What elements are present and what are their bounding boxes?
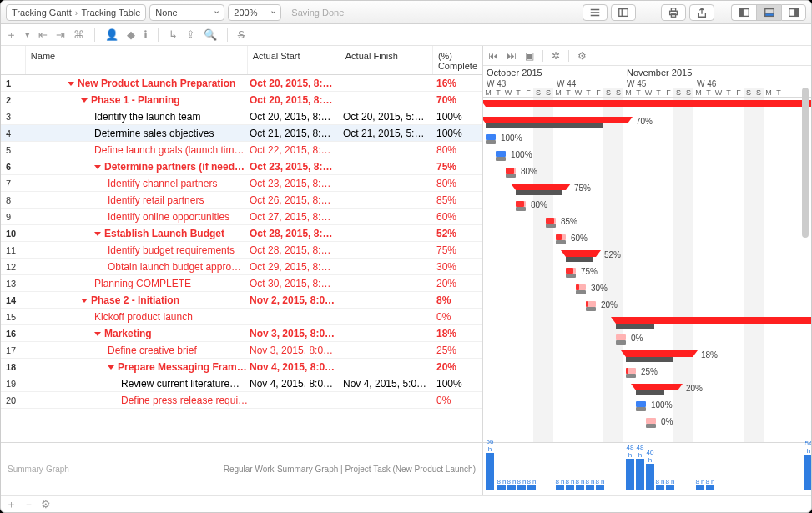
actual-start[interactable]: Nov 2, 2015, 8:0… <box>250 294 343 306</box>
col-pct-complete[interactable]: (%) Complete <box>433 46 482 74</box>
actual-finish[interactable]: Oct 20, 2015, 5:… <box>343 111 436 123</box>
table-row[interactable]: 12Obtain launch budget appro…Oct 29, 201… <box>1 259 482 275</box>
gantt-row[interactable]: 80% <box>483 198 811 214</box>
pct-complete[interactable]: 70% <box>436 94 482 106</box>
table-row[interactable]: 6Determine partners (if needed)Oct 23, 2… <box>1 158 482 175</box>
gantt-row[interactable]: 100% <box>483 398 811 415</box>
pct-complete[interactable]: 25% <box>436 345 482 356</box>
info-icon[interactable]: ℹ <box>144 28 148 41</box>
pct-complete[interactable]: 16% <box>436 78 482 89</box>
link-icon[interactable]: ⌘ <box>73 28 84 41</box>
actual-start[interactable]: Oct 22, 2015, 8:… <box>250 144 343 156</box>
pct-complete[interactable]: 20% <box>436 278 482 289</box>
pct-complete[interactable]: 0% <box>436 311 482 323</box>
actual-start[interactable]: Nov 3, 2015, 8:0… <box>250 328 343 339</box>
person-icon[interactable]: 👤 <box>105 28 119 41</box>
indent-icon[interactable]: ⇥ <box>56 28 65 41</box>
pct-complete[interactable]: 20% <box>436 361 482 373</box>
remove-row-icon[interactable]: － <box>23 497 34 512</box>
pct-complete[interactable]: 30% <box>436 261 482 273</box>
task-name[interactable]: Marketing <box>26 328 250 339</box>
pct-complete[interactable]: 52% <box>436 228 482 239</box>
breadcrumb-part[interactable]: Tracking Gantt <box>12 8 72 18</box>
pct-complete[interactable]: 18% <box>436 328 482 339</box>
pct-complete[interactable]: 80% <box>436 178 482 189</box>
task-name[interactable]: Prepare Messaging Frame… <box>26 361 250 373</box>
gantt-row[interactable]: 20% <box>483 298 811 314</box>
actual-start[interactable]: Oct 28, 2015, 8:… <box>250 244 343 256</box>
col-name[interactable]: Name <box>26 46 248 74</box>
col-actual-start[interactable]: Actual Start <box>248 46 340 74</box>
actual-start[interactable]: Oct 23, 2015, 8:… <box>250 178 343 189</box>
table-row[interactable]: 16MarketingNov 3, 2015, 8:0…18% <box>1 325 482 342</box>
table-row[interactable]: 9Identify online opportunitiesOct 27, 20… <box>1 209 482 225</box>
table-row[interactable]: 10Establish Launch BudgetOct 28, 2015, 8… <box>1 225 482 242</box>
table-row[interactable]: 20Define press release requi…0% <box>1 392 482 409</box>
gantt-row[interactable]: 70% <box>483 114 811 131</box>
task-name[interactable]: Determine partners (if needed) <box>26 161 250 173</box>
task-name[interactable]: Phase 1 - Planning <box>26 94 250 106</box>
gantt-row[interactable]: 18% <box>483 348 811 365</box>
gantt-row[interactable]: 25% <box>483 365 811 381</box>
breadcrumb[interactable]: Tracking Gantt › Tracking Table <box>6 4 146 21</box>
task-name[interactable]: Identify the launch team <box>26 111 250 123</box>
panel-toggle-button[interactable] <box>611 4 636 21</box>
actual-finish[interactable]: Nov 4, 2015, 5:0… <box>343 378 436 390</box>
actual-start[interactable]: Oct 29, 2015, 8:… <box>250 261 343 273</box>
table-row[interactable]: 7Identify channel partnersOct 23, 2015, … <box>1 175 482 192</box>
actual-start[interactable]: Oct 23, 2015, 8:… <box>250 161 343 173</box>
table-row[interactable]: 17Define creative briefNov 3, 2015, 8:0…… <box>1 342 482 359</box>
gantt-row[interactable]: 100% <box>483 131 811 148</box>
task-name[interactable]: Identify channel partners <box>26 178 250 189</box>
task-name[interactable]: Determine sales objectives <box>26 128 250 139</box>
table-row[interactable]: 5Define launch goals (launch tim…Oct 22,… <box>1 142 482 158</box>
task-name[interactable]: Identify retail partners <box>26 194 250 206</box>
today-icon[interactable]: ▣ <box>525 50 534 62</box>
actual-start[interactable]: Nov 3, 2015, 8:0… <box>250 345 343 356</box>
breadcrumb-part[interactable]: Tracking Table <box>81 8 140 18</box>
table-row[interactable]: 2Phase 1 - PlanningOct 20, 2015, 8:…70% <box>1 92 482 108</box>
left-panel-toggle[interactable] <box>731 4 756 21</box>
gantt-row[interactable]: 75% <box>483 181 811 198</box>
task-name[interactable]: Phase 2 - Initiation <box>26 294 250 306</box>
add-icon[interactable]: ＋ <box>6 28 17 43</box>
table-row[interactable]: 8Identify retail partnersOct 26, 2015, 8… <box>1 192 482 209</box>
table-row[interactable]: 3Identify the launch teamOct 20, 2015, 8… <box>1 108 482 125</box>
share-button[interactable] <box>689 4 714 21</box>
skip-fwd-icon[interactable]: ⏭ <box>507 50 517 62</box>
task-name[interactable]: Obtain launch budget appro… <box>26 261 250 273</box>
outdent-icon[interactable]: ⇤ <box>38 28 48 41</box>
gantt-row[interactable]: 60% <box>483 231 811 248</box>
col-actual-finish[interactable]: Actual Finish <box>340 46 433 74</box>
table-row[interactable]: 15Kickoff product launch0% <box>1 309 482 325</box>
zoom-select[interactable]: 200% <box>228 4 281 21</box>
actual-start[interactable]: Oct 21, 2015, 8:… <box>250 128 343 139</box>
milestone-icon[interactable]: ◆ <box>127 28 135 41</box>
gantt-row[interactable]: 85% <box>483 214 811 231</box>
task-name[interactable]: Planning COMPLETE <box>26 278 250 289</box>
gantt-row[interactable]: 20% <box>483 381 811 398</box>
actual-start[interactable]: Oct 27, 2015, 8:… <box>250 211 343 223</box>
table-row[interactable]: 18Prepare Messaging Frame…Nov 4, 2015, 8… <box>1 359 482 375</box>
actual-start[interactable]: Oct 30, 2015, 8:… <box>250 278 343 289</box>
footer-gear-icon[interactable]: ⚙ <box>41 498 51 510</box>
filter-select[interactable]: None <box>149 4 224 21</box>
table-row[interactable]: 1New Product Launch PreparationOct 20, 2… <box>1 75 482 92</box>
gantt-row[interactable]: 0% <box>483 415 811 431</box>
table-row[interactable]: 13Planning COMPLETEOct 30, 2015, 8:…20% <box>1 275 482 292</box>
gear-icon[interactable]: ⚙ <box>577 50 587 62</box>
gantt-row[interactable]: 30% <box>483 281 811 298</box>
actual-start[interactable]: Oct 20, 2015, 8:… <box>250 94 343 106</box>
search-icon[interactable]: 🔍 <box>204 28 217 41</box>
pct-complete[interactable]: 75% <box>436 161 482 173</box>
add-row-icon[interactable]: ＋ <box>6 497 17 512</box>
print-button[interactable] <box>661 4 686 21</box>
task-name[interactable]: Define press release requi… <box>26 395 250 406</box>
pct-complete[interactable]: 80% <box>436 144 482 156</box>
skip-back-icon[interactable]: ⏮ <box>488 50 498 62</box>
task-name[interactable]: Identify budget requirements <box>26 244 250 256</box>
add-dropdown-icon[interactable]: ▾ <box>25 29 30 40</box>
table-row[interactable]: 14Phase 2 - InitiationNov 2, 2015, 8:0…8… <box>1 292 482 309</box>
gantt-row[interactable] <box>483 314 811 331</box>
pct-complete[interactable]: 100% <box>436 378 482 390</box>
